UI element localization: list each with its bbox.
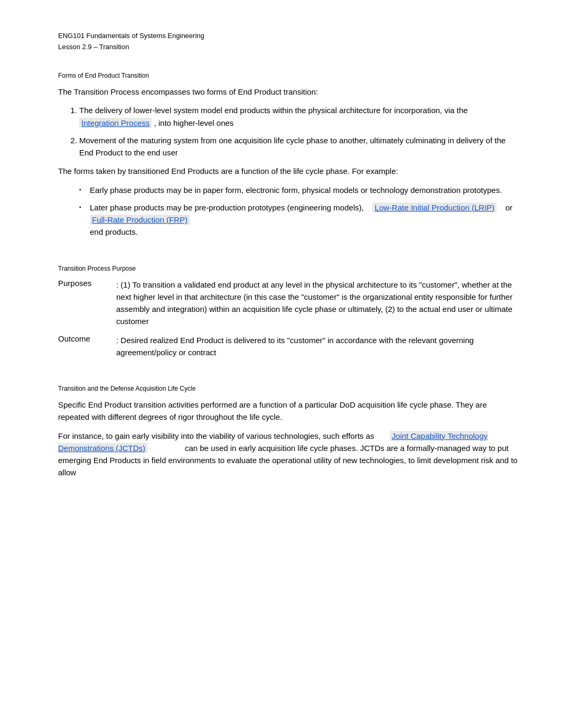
list-item-1-spacer <box>470 106 485 115</box>
outcome-content: : Desired realized End Product is delive… <box>116 334 519 359</box>
section1: Forms of End Product Transition The Tran… <box>58 72 519 238</box>
purposes-row: Purposes : (1) To transition a validated… <box>58 279 519 328</box>
section2-heading: Transition Process Purpose <box>58 265 519 272</box>
purposes-label: Purposes <box>58 279 116 328</box>
course-title: ENG101 Fundamentals of Systems Engineeri… <box>58 32 519 40</box>
section1-body2: The forms taken by transitioned End Prod… <box>58 165 519 177</box>
list-item-1-text-after: , into higher-level ones <box>154 118 233 127</box>
bullet-item-2-text-mid: or <box>506 203 512 212</box>
section3: Transition and the Defense Acquisition L… <box>58 385 519 479</box>
outcome-row: Outcome : Desired realized End Product i… <box>58 334 519 359</box>
list-item-2-text: Movement of the maturing system from one… <box>79 136 506 157</box>
lrip-link[interactable]: Low-Rate Initial Production (LRIP) <box>372 202 497 213</box>
bullet-item-2-text-before: Later phase products may be pre-producti… <box>90 203 364 212</box>
bullet-item-1: Early phase products may be in paper for… <box>79 184 519 196</box>
list-item-1-text-before: The delivery of lower-level system model… <box>79 106 467 115</box>
purposes-content: : (1) To transition a validated end prod… <box>116 279 519 328</box>
lesson-title: Lesson 2.9 – Transition <box>58 43 519 51</box>
list-item-2: Movement of the maturing system from one… <box>79 134 519 159</box>
bullet-item-2: Later phase products may be pre-producti… <box>79 201 519 238</box>
bullet-item-1-text: Early phase products may be in paper for… <box>90 186 502 195</box>
list-item-1: The delivery of lower-level system model… <box>79 104 519 129</box>
integration-process-link[interactable]: Integration Process <box>79 118 152 128</box>
section1-heading: Forms of End Product Transition <box>58 72 519 79</box>
section3-body2-before: For instance, to gain early visibility i… <box>58 431 374 440</box>
section3-heading: Transition and the Defense Acquisition L… <box>58 385 519 392</box>
section2: Transition Process Purpose Purposes : (1… <box>58 265 519 359</box>
section1-bullet-list: Early phase products may be in paper for… <box>79 184 519 238</box>
section1-ordered-list: The delivery of lower-level system model… <box>79 104 519 159</box>
section3-body2-spacer <box>149 444 183 453</box>
frp-link[interactable]: Full-Rate Production (FRP) <box>90 215 190 225</box>
section1-intro: The Transition Process encompasses two f… <box>58 86 519 98</box>
section3-body1: Specific End Product transition activiti… <box>58 399 519 423</box>
section3-body2: For instance, to gain early visibility i… <box>58 430 519 479</box>
outcome-label: Outcome <box>58 334 116 359</box>
bullet-item-2-text-after: end products. <box>90 227 138 236</box>
